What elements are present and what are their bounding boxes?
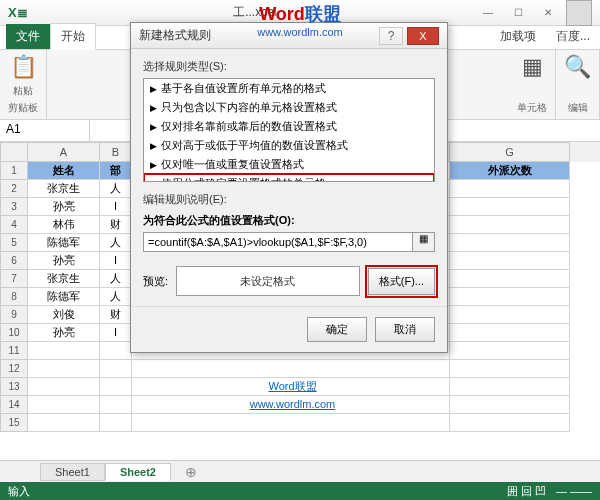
cell[interactable]: www.wordlm.com: [132, 396, 450, 414]
row-header[interactable]: 4: [0, 216, 28, 234]
rule-type-list[interactable]: ▶基于各自值设置所有单元格的格式▶只为包含以下内容的单元格设置格式▶仅对排名靠前…: [143, 78, 435, 182]
cell[interactable]: 人: [100, 270, 132, 288]
cell[interactable]: [450, 306, 570, 324]
cell[interactable]: I: [100, 198, 132, 216]
cell[interactable]: 人: [100, 288, 132, 306]
cell[interactable]: [450, 180, 570, 198]
rule-type-item[interactable]: ▶仅对排名靠前或靠后的数值设置格式: [144, 117, 434, 136]
cancel-button[interactable]: 取消: [375, 317, 435, 342]
cell[interactable]: [450, 288, 570, 306]
cell[interactable]: 孙亮: [28, 198, 100, 216]
cell[interactable]: 人: [100, 180, 132, 198]
format-button[interactable]: 格式(F)...: [368, 268, 435, 295]
row-header[interactable]: 6: [0, 252, 28, 270]
close-button[interactable]: ✕: [534, 4, 562, 22]
cell[interactable]: Word联盟: [132, 378, 450, 396]
row-header[interactable]: 7: [0, 270, 28, 288]
cell[interactable]: [450, 324, 570, 342]
col-header-b[interactable]: B: [100, 142, 132, 162]
row-header[interactable]: 15: [0, 414, 28, 432]
tab-addin[interactable]: 加载项: [490, 24, 546, 49]
cell[interactable]: 陈德军: [28, 288, 100, 306]
cell[interactable]: 孙亮: [28, 324, 100, 342]
cell[interactable]: 人: [100, 234, 132, 252]
cell[interactable]: I: [100, 324, 132, 342]
cell[interactable]: [28, 396, 100, 414]
cell[interactable]: I: [100, 252, 132, 270]
dialog-close-button[interactable]: X: [407, 27, 439, 45]
dialog-help-button[interactable]: ?: [379, 27, 403, 45]
cell[interactable]: [100, 360, 132, 378]
formula-input[interactable]: [143, 232, 413, 252]
row-header[interactable]: 10: [0, 324, 28, 342]
cell[interactable]: [132, 360, 450, 378]
cell[interactable]: 张京生: [28, 180, 100, 198]
cell[interactable]: 外派次数: [450, 162, 570, 180]
cell[interactable]: [450, 414, 570, 432]
row-header[interactable]: 3: [0, 198, 28, 216]
cell[interactable]: 财: [100, 216, 132, 234]
cell[interactable]: [28, 378, 100, 396]
new-sheet-button[interactable]: ⊕: [171, 462, 211, 482]
select-all-corner[interactable]: [0, 142, 28, 162]
dialog-titlebar[interactable]: 新建格式规则 ? X: [131, 23, 447, 49]
tab-home[interactable]: 开始: [50, 23, 96, 50]
cell[interactable]: [100, 414, 132, 432]
col-header-g[interactable]: G: [450, 142, 570, 162]
rule-type-item[interactable]: ▶仅对高于或低于平均值的数值设置格式: [144, 136, 434, 155]
row-header[interactable]: 8: [0, 288, 28, 306]
cell[interactable]: [450, 234, 570, 252]
cell[interactable]: 陈德军: [28, 234, 100, 252]
cell[interactable]: 孙亮: [28, 252, 100, 270]
rule-type-item[interactable]: ▶只为包含以下内容的单元格设置格式: [144, 98, 434, 117]
row-header[interactable]: 11: [0, 342, 28, 360]
cell[interactable]: [450, 270, 570, 288]
cell[interactable]: [450, 198, 570, 216]
sheet-tab-1[interactable]: Sheet1: [40, 463, 105, 481]
cell[interactable]: [28, 342, 100, 360]
minimize-button[interactable]: —: [474, 4, 502, 22]
user-avatar[interactable]: [566, 0, 592, 26]
row-header[interactable]: 1: [0, 162, 28, 180]
col-header-a[interactable]: A: [28, 142, 100, 162]
view-buttons[interactable]: 囲 回 凹: [507, 484, 546, 499]
row-header[interactable]: 9: [0, 306, 28, 324]
cell[interactable]: 部: [100, 162, 132, 180]
cell[interactable]: [450, 360, 570, 378]
cell[interactable]: [450, 342, 570, 360]
cell[interactable]: [100, 342, 132, 360]
row-header[interactable]: 12: [0, 360, 28, 378]
cell[interactable]: [450, 216, 570, 234]
row-header[interactable]: 2: [0, 180, 28, 198]
cell[interactable]: [450, 396, 570, 414]
cell[interactable]: 刘俊: [28, 306, 100, 324]
zoom-slider[interactable]: — ——: [556, 485, 592, 497]
row-header[interactable]: 14: [0, 396, 28, 414]
tab-file[interactable]: 文件: [6, 24, 50, 49]
cell[interactable]: [100, 378, 132, 396]
cell[interactable]: [132, 414, 450, 432]
cell[interactable]: [28, 360, 100, 378]
cell[interactable]: [100, 396, 132, 414]
cell[interactable]: 财: [100, 306, 132, 324]
maximize-button[interactable]: ☐: [504, 4, 532, 22]
rule-type-item[interactable]: ▶基于各自值设置所有单元格的格式: [144, 79, 434, 98]
cell[interactable]: 林伟: [28, 216, 100, 234]
range-picker-icon[interactable]: ▦: [413, 232, 435, 252]
cell[interactable]: [28, 414, 100, 432]
editing-icon[interactable]: 🔍: [564, 54, 591, 80]
tab-baidu[interactable]: 百度...: [546, 24, 600, 49]
cell[interactable]: 姓名: [28, 162, 100, 180]
paste-icon[interactable]: 📋: [10, 54, 37, 80]
row-header[interactable]: 13: [0, 378, 28, 396]
cell[interactable]: [450, 252, 570, 270]
cell[interactable]: [450, 378, 570, 396]
sheet-tab-2[interactable]: Sheet2: [105, 463, 171, 481]
rule-type-item[interactable]: ▶仅对唯一值或重复值设置格式: [144, 155, 434, 174]
rule-type-item[interactable]: ▶使用公式确定要设置格式的单元格: [144, 174, 434, 182]
cell[interactable]: 张京生: [28, 270, 100, 288]
ok-button[interactable]: 确定: [307, 317, 367, 342]
cells-icon[interactable]: ▦: [522, 54, 543, 80]
row-header[interactable]: 5: [0, 234, 28, 252]
name-box[interactable]: A1: [0, 120, 90, 141]
